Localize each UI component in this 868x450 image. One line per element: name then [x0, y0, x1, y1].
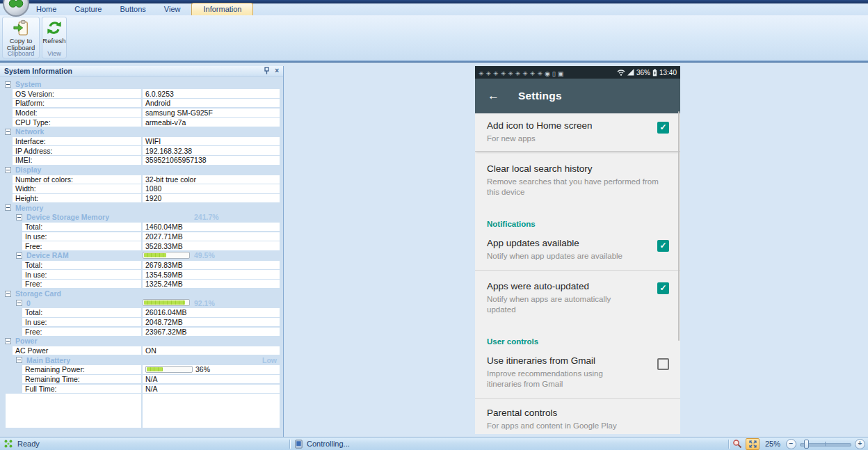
settings-section-header: User controls: [475, 329, 680, 349]
collapse-toggle-icon[interactable]: [5, 204, 11, 211]
copy-to-clipboard-icon: [13, 19, 29, 36]
tree-row-label: Height:: [13, 194, 141, 202]
tree-row-label: Total:: [22, 261, 141, 269]
checkbox-checked[interactable]: ✓: [657, 122, 669, 134]
magnifier-icon[interactable]: [732, 439, 742, 449]
system-information-tree: SystemOS Version:6.0.9253Platform:Androi…: [0, 79, 283, 394]
settings-item[interactable]: Clear local search historyRemove searche…: [475, 152, 680, 211]
copy-to-clipboard-button[interactable]: Copy to Clipboard: [3, 17, 39, 51]
tree-row-value: armeabi-v7a: [143, 118, 280, 126]
tab-buttons[interactable]: Buttons: [113, 3, 152, 15]
settings-item[interactable]: App updates availableNotify when app upd…: [475, 232, 680, 271]
tree-row: Number of colors:32-bit true color: [0, 175, 283, 184]
collapse-toggle-icon[interactable]: [5, 81, 11, 88]
settings-item-title: Add icon to Home screen: [487, 120, 669, 131]
settings-item-subtitle: Notify when app updates are available: [487, 251, 669, 262]
settings-item-subtitle: Notify when apps are automatically updat…: [487, 294, 669, 315]
collapse-toggle-icon[interactable]: [16, 252, 22, 259]
shield-icon: ◉: [545, 70, 550, 77]
tree-row-value-text: 36%: [195, 365, 210, 373]
tab-home[interactable]: Home: [29, 3, 63, 15]
progress-bar: [145, 366, 193, 373]
settings-item[interactable]: Parental controlsFor apps and content in…: [475, 399, 680, 434]
collapse-toggle-icon[interactable]: [5, 129, 11, 135]
tree-row-label: IP Address:: [13, 146, 141, 154]
tree-row-value: N/A: [143, 385, 280, 393]
tree-row-value: 1325.24MB: [143, 280, 280, 288]
close-icon[interactable]: ×: [275, 67, 279, 74]
progress-bar: [143, 252, 190, 259]
tree-section: 092.1%: [0, 298, 283, 308]
tree-row-label: Total:: [22, 308, 141, 316]
collapse-toggle-icon[interactable]: [5, 338, 11, 344]
tree-row-label: Model:: [13, 109, 141, 117]
zoom-slider[interactable]: [800, 440, 851, 449]
back-arrow-icon[interactable]: ←: [488, 89, 499, 103]
tree-section-label: System: [15, 80, 41, 88]
tree-row: In use:2048.72MB: [0, 317, 283, 327]
android-app-bar: ← Settings: [475, 79, 680, 113]
progress-bar: [143, 299, 190, 306]
tree-row-label: Interface:: [13, 137, 141, 145]
android-scrollbar[interactable]: [678, 111, 680, 341]
tree-row: Total:1460.04MB: [0, 222, 283, 232]
progress-bar-fill: [144, 300, 185, 305]
collapse-toggle-icon[interactable]: [16, 357, 22, 363]
tree-row-label: In use:: [22, 318, 141, 326]
tree-row-value: 2027.71MB: [143, 232, 280, 241]
ribbon-button-label: Copy to Clipboard: [3, 38, 39, 51]
settings-item[interactable]: Use itineraries from GmailImprove recomm…: [475, 349, 680, 399]
status-controlling-text: Controlling...: [307, 440, 350, 448]
tab-information[interactable]: Information: [191, 3, 253, 16]
collapse-toggle-icon[interactable]: [5, 291, 11, 297]
tree-section-label: Network: [15, 127, 44, 136]
pin-icon[interactable]: [264, 67, 270, 76]
settings-item[interactable]: Apps were auto-updatedNotify when apps a…: [475, 271, 680, 329]
tree-section: Network: [0, 127, 283, 136]
panel-header: System Information ×: [0, 66, 283, 77]
tab-capture[interactable]: Capture: [67, 3, 108, 15]
settings-item-title: Clear local search history: [487, 163, 669, 174]
ribbon-group-clipboard: Copy to Clipboard Clipboard: [2, 17, 40, 58]
collapse-toggle-icon[interactable]: [16, 300, 22, 306]
refresh-button[interactable]: Refresh: [42, 17, 66, 45]
tree-row-label: Remaining Power:: [22, 365, 141, 373]
tree-row: Interface:WIFI: [0, 136, 283, 146]
settings-list: Add icon to Home screenFor new apps✓Clea…: [475, 113, 680, 434]
ribbon-group-label: Clipboard: [3, 50, 39, 57]
notification-icon: ✳: [508, 70, 513, 77]
tree-row-value: 36%: [143, 365, 280, 373]
section-percent: 49.5%: [194, 251, 215, 259]
tree-row: Remaining Time:N/A: [0, 374, 283, 384]
tree-section-label: Device Storage Memory: [26, 213, 109, 221]
zoom-in-button[interactable]: +: [855, 439, 865, 449]
tree-empty-area: [0, 394, 283, 428]
tree-row-value: 1354.59MB: [143, 270, 280, 278]
tree-row-value: Android: [143, 99, 280, 107]
collapse-toggle-icon[interactable]: [5, 167, 11, 173]
checkbox-checked[interactable]: ✓: [657, 240, 669, 252]
tree-row-value: 6.0.9253: [143, 89, 280, 97]
device-screen[interactable]: ✳✳✳✳✳✳✳✳✳ ◉▯▣ 36% 13:40: [475, 66, 680, 434]
tree-row-label: Free:: [22, 328, 141, 336]
checkbox-unchecked[interactable]: [657, 358, 669, 370]
settings-item-subtitle: Improve recommendations using itinerarie…: [487, 369, 669, 389]
tree-row-value: 1920: [143, 194, 280, 202]
tree-row: Total:26016.04MB: [0, 308, 283, 318]
collapse-toggle-icon[interactable]: [16, 214, 22, 220]
zoom-slider-thumb[interactable]: [804, 440, 809, 449]
section-percent: 241.7%: [194, 213, 219, 221]
checkbox-checked[interactable]: ✓: [657, 282, 669, 294]
fit-to-window-button[interactable]: [746, 438, 760, 450]
tree-row: Platform:Android: [0, 98, 283, 108]
settings-item-subtitle: Remove searches that you have performed …: [487, 177, 669, 198]
status-ready-text: Ready: [17, 440, 40, 448]
zoom-out-button[interactable]: −: [786, 439, 796, 449]
settings-item[interactable]: Add icon to Home screenFor new apps✓: [475, 113, 680, 152]
tree-row: Remaining Power:36%: [0, 365, 283, 375]
tab-view[interactable]: View: [157, 3, 188, 15]
tree-row-value: WIFI: [143, 137, 280, 145]
tree-row-value: 32-bit true color: [143, 175, 280, 184]
tree-section-label: Main Battery: [26, 356, 70, 364]
signal-icon: [627, 69, 634, 76]
